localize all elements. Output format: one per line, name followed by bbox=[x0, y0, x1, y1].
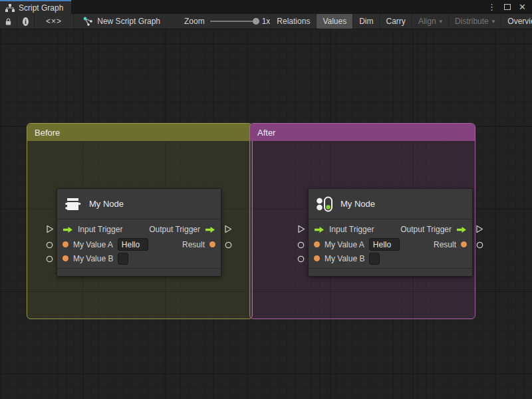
chevron-down-icon: ▾ bbox=[492, 18, 495, 25]
node-body: Input Trigger Output Trigger My Value A bbox=[309, 219, 472, 268]
external-output-trigger-port[interactable] bbox=[224, 224, 232, 236]
graph-toolbar: i <×> New Script Graph Zoom 1x Relati bbox=[0, 14, 532, 29]
value-b-input[interactable] bbox=[118, 253, 128, 265]
node-my-node-after[interactable]: My Node Input Trigger Output Trigger bbox=[308, 188, 473, 277]
external-value-a-port[interactable] bbox=[297, 239, 305, 251]
menu-dots-icon[interactable]: ⋮ bbox=[485, 3, 498, 11]
group-before-header[interactable]: Before bbox=[27, 124, 252, 141]
value-b-port-icon[interactable] bbox=[314, 255, 320, 261]
align-dropdown[interactable]: Align ▾ bbox=[412, 14, 448, 29]
external-result-port[interactable] bbox=[476, 239, 483, 251]
result-port-icon[interactable] bbox=[209, 241, 215, 247]
input-trigger-label: Input Trigger bbox=[78, 225, 122, 234]
node-my-node-before[interactable]: My Node Input Trigger Output Trigger bbox=[57, 188, 221, 277]
value-a-label: My Value A bbox=[325, 240, 364, 249]
trigger-row: Input Trigger Output Trigger bbox=[309, 221, 472, 237]
code-icon: <×> bbox=[46, 17, 62, 26]
output-trigger-label: Output Trigger bbox=[400, 225, 452, 234]
tab-label: Script Graph bbox=[19, 3, 63, 13]
external-value-a-port[interactable] bbox=[46, 239, 53, 251]
value-b-input[interactable] bbox=[369, 253, 380, 265]
carry-label: Carry bbox=[386, 17, 406, 26]
external-value-b-port[interactable] bbox=[297, 253, 305, 265]
input-trigger-label: Input Trigger bbox=[329, 225, 374, 234]
trigger-row: Input Trigger Output Trigger bbox=[57, 221, 221, 237]
node-header[interactable]: My Node bbox=[309, 189, 472, 219]
chevron-down-icon: ▾ bbox=[440, 18, 443, 25]
value-b-port-icon[interactable] bbox=[63, 255, 68, 261]
external-input-trigger-port[interactable] bbox=[297, 224, 305, 236]
value-a-input[interactable] bbox=[118, 238, 148, 251]
value-a-label: My Value A bbox=[73, 240, 113, 249]
output-trigger-label: Output Trigger bbox=[149, 225, 200, 234]
zoom-control: Zoom 1x bbox=[167, 14, 270, 29]
node-body: Input Trigger Output Trigger My Value A bbox=[57, 219, 221, 268]
dim-label: Dim bbox=[359, 17, 373, 26]
overview-button[interactable]: Overview bbox=[501, 14, 532, 29]
node-title: My Node bbox=[89, 199, 124, 209]
value-b-row: My Value B bbox=[57, 251, 221, 265]
input-trigger-port-icon[interactable] bbox=[314, 226, 325, 233]
zoom-slider-handle[interactable] bbox=[253, 18, 259, 25]
result-label: Result bbox=[182, 240, 205, 249]
distribute-label: Distribute bbox=[455, 17, 489, 26]
script-graph-window: Script Graph ⋮ ✕ i <×> bbox=[0, 0, 532, 399]
relations-button[interactable]: Relations bbox=[270, 14, 316, 29]
value-b-label: My Value B bbox=[73, 254, 113, 263]
zoom-value: 1x bbox=[262, 17, 271, 26]
tab-script-graph[interactable]: Script Graph bbox=[0, 0, 71, 14]
node-footer bbox=[57, 268, 221, 276]
zoom-label: Zoom bbox=[184, 17, 205, 26]
graph-name-label: New Script Graph bbox=[97, 17, 160, 26]
external-output-trigger-port[interactable] bbox=[475, 224, 483, 236]
external-value-b-port[interactable] bbox=[46, 253, 53, 265]
node-header[interactable]: My Node bbox=[57, 189, 221, 219]
value-b-label: My Value B bbox=[325, 254, 364, 263]
zoom-slider[interactable] bbox=[210, 21, 257, 22]
node-footer bbox=[309, 268, 472, 276]
value-a-row: My Value A Result bbox=[309, 237, 472, 251]
align-label: Align bbox=[418, 17, 436, 26]
overview-label: Overview bbox=[507, 17, 532, 26]
value-a-row: My Value A Result bbox=[57, 237, 221, 251]
output-trigger-port-icon[interactable] bbox=[205, 226, 215, 233]
close-icon[interactable]: ✕ bbox=[517, 3, 528, 11]
tab-bar: Script Graph ⋮ ✕ bbox=[0, 0, 532, 14]
custom-unit-icon bbox=[316, 196, 333, 213]
distribute-dropdown[interactable]: Distribute ▾ bbox=[448, 14, 501, 29]
values-label: Values bbox=[323, 17, 346, 26]
input-trigger-port-icon[interactable] bbox=[63, 226, 73, 233]
value-a-port-icon[interactable] bbox=[314, 241, 320, 247]
dim-button[interactable]: Dim bbox=[352, 14, 379, 29]
lock-button[interactable] bbox=[0, 14, 17, 29]
value-b-row: My Value B bbox=[309, 251, 472, 265]
group-after-header[interactable]: After bbox=[250, 124, 475, 141]
value-a-input[interactable] bbox=[369, 238, 400, 251]
graph-hierarchy-icon bbox=[5, 4, 15, 12]
window-controls: ⋮ ✕ bbox=[485, 0, 532, 14]
maximize-icon[interactable] bbox=[502, 3, 513, 11]
relations-label: Relations bbox=[277, 17, 310, 26]
lock-icon bbox=[5, 17, 11, 26]
script-graph-asset-icon bbox=[83, 17, 93, 26]
carry-button[interactable]: Carry bbox=[380, 14, 412, 29]
graph-name-breadcrumb[interactable]: New Script Graph bbox=[74, 14, 167, 29]
result-port-icon[interactable] bbox=[461, 241, 467, 247]
external-result-port[interactable] bbox=[225, 239, 232, 251]
graph-canvas[interactable]: Before After My Node bbox=[0, 29, 532, 399]
result-label: Result bbox=[434, 240, 456, 249]
value-a-port-icon[interactable] bbox=[63, 241, 68, 247]
info-button[interactable]: i bbox=[17, 14, 34, 29]
values-button[interactable]: Values bbox=[316, 14, 352, 29]
info-icon: i bbox=[23, 17, 29, 26]
output-trigger-port-icon[interactable] bbox=[456, 226, 467, 233]
external-input-trigger-port[interactable] bbox=[46, 224, 54, 236]
code-view-button[interactable]: <×> bbox=[35, 14, 74, 29]
default-unit-icon bbox=[65, 196, 82, 213]
node-title: My Node bbox=[340, 199, 375, 209]
toolbar-toggles: Relations Values Dim Carry Align ▾ Distr… bbox=[270, 14, 532, 29]
group-after-title: After bbox=[257, 128, 275, 138]
group-before-title: Before bbox=[35, 128, 60, 138]
